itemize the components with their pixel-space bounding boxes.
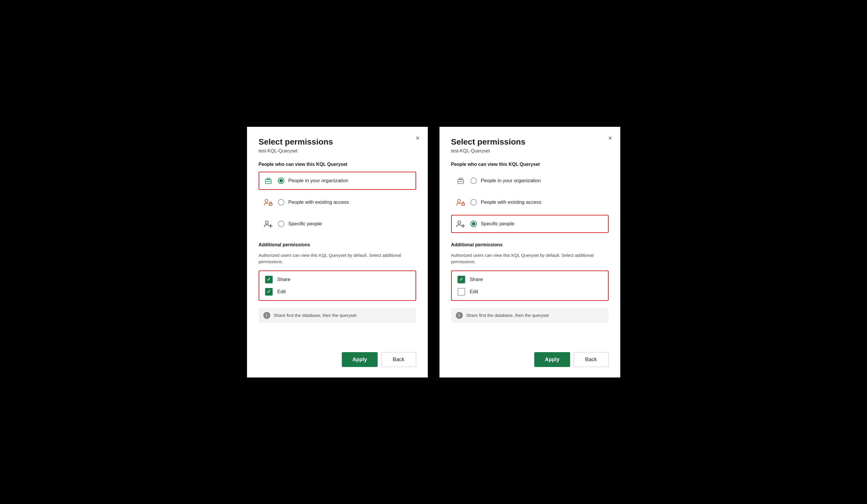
left-info-bar: i Share first the database, then the que…	[259, 308, 416, 323]
right-radio-org-circle	[470, 177, 477, 184]
right-briefcase-icon	[455, 175, 466, 186]
svg-point-3	[265, 199, 268, 202]
left-checkbox-share[interactable]: Share	[265, 276, 410, 283]
right-share-checkbox[interactable]	[458, 276, 465, 283]
left-panel: Select permissions test-KQL-Queryset × P…	[247, 127, 428, 377]
left-panel-title: Select permissions	[259, 137, 416, 146]
right-people-add-icon	[455, 218, 466, 229]
right-info-icon: i	[456, 312, 463, 319]
right-edit-label: Edit	[470, 289, 478, 295]
left-btn-row: Apply Back	[259, 352, 416, 367]
people-lock-icon	[263, 197, 274, 208]
left-share-label: Share	[277, 277, 290, 283]
right-radio-org[interactable]: People in your organization	[451, 172, 609, 190]
right-info-text: Share first the database, then the query…	[466, 313, 549, 318]
right-radio-specific[interactable]: Specific people	[451, 215, 609, 233]
right-panel-title: Select permissions	[451, 137, 609, 146]
left-back-button[interactable]: Back	[381, 352, 416, 367]
left-checkbox-group: Share Edit	[259, 271, 416, 301]
right-radio-existing-label: People with existing access	[481, 199, 542, 205]
svg-point-5	[270, 204, 271, 205]
left-view-section-label: People who can view this KQL Queryset	[259, 162, 416, 167]
left-info-text: Share first the database, then the query…	[274, 313, 357, 318]
left-panel-subtitle: test-KQL-Queryset	[259, 149, 416, 154]
right-share-label: Share	[470, 277, 483, 283]
left-edit-checkbox[interactable]	[265, 288, 273, 296]
left-radio-existing-circle	[278, 199, 284, 206]
left-radio-org-label: People in your organization	[288, 178, 349, 184]
right-additional-desc: Authorized users can view this KQL Query…	[451, 252, 609, 265]
right-radio-existing-circle	[470, 199, 477, 206]
svg-point-12	[458, 199, 460, 202]
left-additional-label: Additional permissions	[259, 242, 416, 248]
right-additional-label: Additional permissions	[451, 242, 609, 248]
left-radio-specific-label: Specific people	[288, 221, 322, 227]
right-radio-org-label: People in your organization	[481, 178, 541, 184]
left-additional-desc: Authorized users can view this KQL Query…	[259, 252, 416, 265]
right-panel: Select permissions test-KQL-Queryset × P…	[439, 127, 620, 377]
left-radio-existing[interactable]: People with existing access	[259, 193, 416, 211]
right-radio-specific-circle	[470, 221, 477, 227]
svg-point-6	[265, 221, 268, 224]
right-edit-checkbox[interactable]	[458, 288, 465, 296]
right-people-lock-icon	[455, 197, 466, 208]
left-radio-group: People in your organization People with …	[259, 172, 416, 233]
right-view-section-label: People who can view this KQL Queryset	[451, 162, 609, 167]
right-close-button[interactable]: ×	[608, 135, 612, 141]
panels-wrapper: Select permissions test-KQL-Queryset × P…	[247, 127, 620, 377]
right-apply-button[interactable]: Apply	[534, 352, 570, 367]
right-info-bar: i Share first the database, then the que…	[451, 308, 609, 323]
left-close-button[interactable]: ×	[416, 135, 420, 141]
left-radio-org[interactable]: People in your organization	[259, 172, 416, 190]
right-radio-group: People in your organization People with …	[451, 172, 609, 233]
right-checkbox-share[interactable]: Share	[458, 276, 602, 283]
right-checkbox-group: Share Edit	[451, 271, 609, 301]
right-panel-subtitle: test-KQL-Queryset	[451, 149, 609, 154]
svg-point-15	[458, 221, 461, 224]
right-radio-specific-label: Specific people	[481, 221, 514, 227]
right-back-button[interactable]: Back	[574, 352, 609, 367]
svg-point-14	[462, 204, 463, 205]
right-checkbox-edit[interactable]: Edit	[458, 288, 602, 296]
left-radio-existing-label: People with existing access	[288, 199, 349, 205]
left-radio-specific-circle	[278, 221, 284, 227]
left-info-icon: i	[263, 312, 270, 319]
briefcase-icon	[263, 175, 274, 186]
right-radio-existing[interactable]: People with existing access	[451, 193, 609, 211]
people-add-icon	[263, 218, 274, 229]
left-radio-org-circle	[278, 177, 284, 184]
left-radio-specific[interactable]: Specific people	[259, 215, 416, 233]
left-edit-label: Edit	[277, 289, 286, 295]
left-checkbox-edit[interactable]: Edit	[265, 288, 410, 296]
left-apply-button[interactable]: Apply	[342, 352, 377, 367]
panel-divider	[428, 127, 439, 377]
left-share-checkbox[interactable]	[265, 276, 273, 283]
right-btn-row: Apply Back	[451, 352, 609, 367]
